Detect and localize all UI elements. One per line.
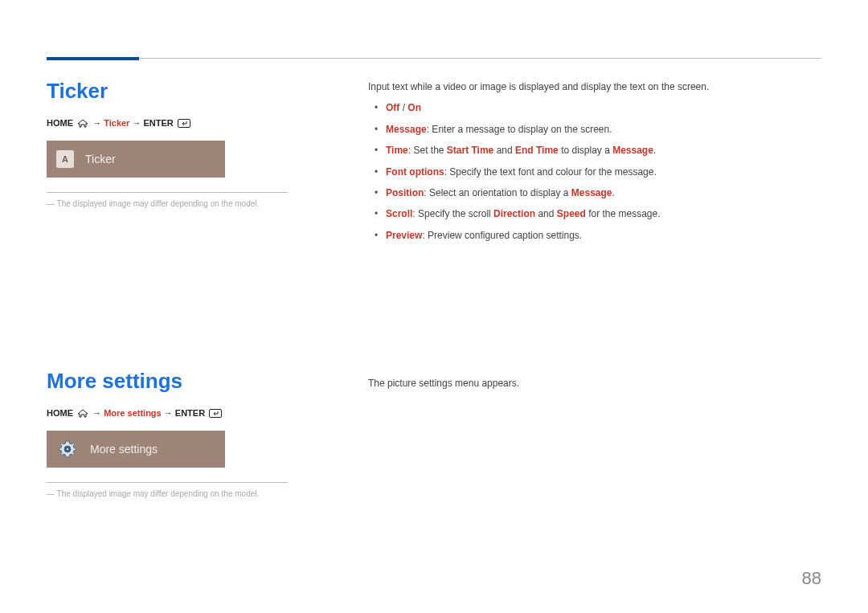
time-key: Time xyxy=(386,145,408,156)
off-label: Off xyxy=(386,102,399,113)
breadcrumb-home: HOME xyxy=(47,408,73,418)
more-body: The picture settings menu appears. xyxy=(368,375,821,391)
home-icon xyxy=(77,119,88,129)
breadcrumb-arrow: → xyxy=(132,118,141,128)
start-time: Start Time xyxy=(447,145,493,156)
bullet-font: Font options: Specify the text font and … xyxy=(368,164,821,180)
preview-key: Preview xyxy=(386,230,422,241)
position-message: Message xyxy=(571,187,612,198)
section-gap xyxy=(47,248,821,337)
off-on-slash: / xyxy=(399,102,407,113)
time-post: to display a xyxy=(559,145,612,156)
header-rule-thin xyxy=(47,58,821,59)
more-title: More settings xyxy=(47,369,336,394)
header-rule-thick xyxy=(47,57,139,60)
breadcrumb-ticker: Ticker xyxy=(104,118,129,128)
section-ticker: Ticker HOME → Ticker → ENTER A Ticker ― … xyxy=(47,79,821,248)
ticker-bullet-list: Off / On Message: Enter a message to dis… xyxy=(368,100,821,243)
font-text: : Specify the text font and colour for t… xyxy=(444,166,657,178)
time-dot: . xyxy=(653,145,656,156)
more-right-column: The picture settings menu appears. xyxy=(336,369,821,498)
ticker-left-column: Ticker HOME → Ticker → ENTER A Ticker ― … xyxy=(47,79,336,248)
ticker-tile-letter: A xyxy=(56,150,74,168)
ticker-right-column: Input text while a video or image is dis… xyxy=(336,79,821,248)
bullet-off-on: Off / On xyxy=(368,100,821,116)
more-note-text: The displayed image may differ depending… xyxy=(57,489,260,498)
ticker-note-text: The displayed image may differ depending… xyxy=(57,199,260,208)
preview-text: : Preview configured caption settings. xyxy=(422,230,582,241)
end-time: End Time xyxy=(515,145,559,156)
ticker-breadcrumb: HOME → Ticker → ENTER xyxy=(47,118,336,129)
ticker-title: Ticker xyxy=(47,79,336,104)
message-text: : Enter a message to display on the scre… xyxy=(427,124,612,135)
bullet-scroll: Scroll: Specify the scroll Direction and… xyxy=(368,206,821,222)
home-icon xyxy=(77,409,88,419)
bullet-preview: Preview: Preview configured caption sett… xyxy=(368,227,821,243)
message-key: Message xyxy=(386,124,427,135)
breadcrumb-enter: ENTER xyxy=(144,118,174,128)
bullet-position: Position: Select an orientation to displ… xyxy=(368,185,821,201)
gear-icon xyxy=(56,438,79,460)
position-key: Position xyxy=(386,187,424,198)
breadcrumb-home: HOME xyxy=(47,118,73,128)
section-more-settings: More settings HOME → More settings → ENT… xyxy=(47,369,821,498)
breadcrumb-arrow: → xyxy=(92,408,101,418)
more-tile-label: More settings xyxy=(90,443,158,456)
position-pre: : Select an orientation to display a xyxy=(424,187,571,198)
scroll-post: for the message. xyxy=(586,208,661,219)
more-left-column: More settings HOME → More settings → ENT… xyxy=(47,369,336,498)
more-breadcrumb: HOME → More settings → ENTER xyxy=(47,408,336,419)
time-pre: : Set the xyxy=(408,145,447,156)
more-note: ― The displayed image may differ dependi… xyxy=(47,489,336,498)
scroll-mid: and xyxy=(535,208,557,219)
svg-point-3 xyxy=(66,447,68,450)
ticker-tile-label: Ticker xyxy=(85,153,116,166)
breadcrumb-arrow: → xyxy=(164,408,173,418)
page: Ticker HOME → Ticker → ENTER A Ticker ― … xyxy=(0,0,868,613)
scroll-pre: : Specify the scroll xyxy=(412,208,493,219)
ticker-tile: A Ticker xyxy=(47,141,225,178)
font-key: Font options xyxy=(386,166,444,178)
scroll-direction: Direction xyxy=(493,208,535,219)
scroll-speed: Speed xyxy=(557,208,586,219)
breadcrumb-arrow: → xyxy=(92,118,101,128)
enter-icon xyxy=(209,409,222,419)
page-number: 88 xyxy=(802,568,821,589)
header-rule xyxy=(47,58,821,59)
more-tile: More settings xyxy=(47,431,225,468)
note-divider xyxy=(47,482,288,483)
enter-icon xyxy=(178,119,190,129)
time-message: Message xyxy=(612,145,653,156)
breadcrumb-more: More settings xyxy=(104,408,162,418)
scroll-key: Scroll xyxy=(386,208,412,219)
ticker-note: ― The displayed image may differ dependi… xyxy=(47,199,336,208)
breadcrumb-enter: ENTER xyxy=(175,408,205,418)
bullet-time: Time: Set the Start Time and End Time to… xyxy=(368,142,821,158)
position-dot: . xyxy=(612,187,615,198)
note-divider xyxy=(47,192,288,193)
ticker-intro: Input text while a video or image is dis… xyxy=(368,79,821,95)
bullet-message: Message: Enter a message to display on t… xyxy=(368,121,821,137)
time-mid: and xyxy=(493,145,515,156)
on-label: On xyxy=(407,102,421,113)
